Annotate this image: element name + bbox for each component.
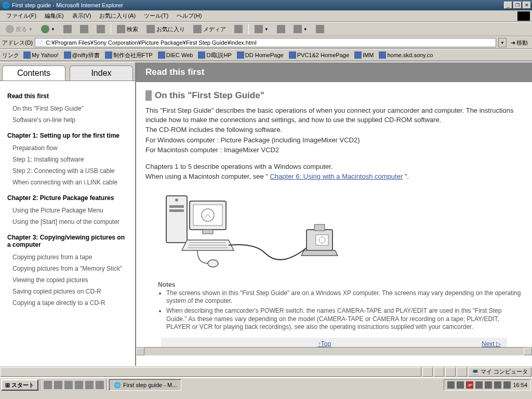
tab-contents[interactable]: Contents xyxy=(2,65,65,81)
svg-rect-2 xyxy=(169,209,184,212)
start-button[interactable]: ⊞スタート xyxy=(1,379,38,391)
menu-help[interactable]: ヘルプ(H) xyxy=(172,11,206,21)
maximize-button[interactable]: ❐ xyxy=(513,2,522,9)
table-of-contents[interactable]: Read this firstOn this "First Step Guide… xyxy=(0,81,135,366)
status-zone: 💻 マイ コンピュータ xyxy=(468,367,531,377)
menu-view[interactable]: 表示(V) xyxy=(68,11,96,21)
main-pane: Read this first On this "First Step Guid… xyxy=(136,62,532,366)
edit-button[interactable]: ▼ xyxy=(290,23,311,35)
tray-icon[interactable]: JP xyxy=(466,381,473,389)
status-bar: 💻 マイ コンピュータ xyxy=(0,366,532,377)
svg-point-3 xyxy=(175,198,178,202)
next-link[interactable]: Next ▷ xyxy=(482,340,501,347)
favorite-link[interactable]: @nifty辞書 xyxy=(62,50,102,60)
toc-link[interactable]: Using the [Start] menu of the computer xyxy=(7,216,128,228)
favorite-link[interactable]: DIEC Web xyxy=(156,50,195,60)
address-bar: アドレス(D) 📄C:¥Program Files¥Sony Corporati… xyxy=(0,36,532,49)
toc-section-heading[interactable]: Chapter 1: Setting up for the first time xyxy=(7,132,128,139)
favorite-link[interactable]: My Yahoo! xyxy=(21,50,61,60)
toc-section-heading[interactable]: Chapter 2: Picture Package features xyxy=(7,194,128,202)
svg-point-11 xyxy=(208,260,218,267)
stop-button[interactable] xyxy=(60,23,75,35)
paragraph: The CD-ROM includes the following softwa… xyxy=(145,125,523,135)
tray-icon[interactable] xyxy=(457,381,464,389)
favorite-link[interactable]: PVC1&2 HomePage xyxy=(287,50,351,60)
print-button[interactable] xyxy=(273,23,289,35)
refresh-icon xyxy=(80,25,88,33)
scroll-left-button[interactable] xyxy=(136,348,144,355)
quicklaunch-icon[interactable] xyxy=(85,381,94,389)
mail-button[interactable]: ▼ xyxy=(251,23,272,35)
go-button[interactable]: ➜移動 xyxy=(509,38,530,48)
sidebar-tabs: Contents Index xyxy=(0,62,135,81)
quicklaunch-icon[interactable] xyxy=(75,381,83,389)
home-icon xyxy=(97,25,105,33)
paragraph: This "First Step Guide" describes the ba… xyxy=(145,106,523,124)
toc-link[interactable]: Preparation flow xyxy=(7,142,128,154)
svg-rect-1 xyxy=(169,205,184,208)
tab-index[interactable]: Index xyxy=(70,65,133,81)
toc-link[interactable]: Viewing the copied pictures xyxy=(7,274,128,286)
favorite-link[interactable]: 制作会社用FTP xyxy=(103,50,155,60)
clock[interactable]: 16:54 xyxy=(513,382,527,388)
quicklaunch-icon[interactable] xyxy=(54,381,62,389)
link-icon xyxy=(23,51,31,59)
history-button[interactable] xyxy=(231,23,246,35)
tray-icon[interactable] xyxy=(503,381,511,389)
media-button[interactable]: メディア xyxy=(190,23,230,35)
menu-favorites[interactable]: お気に入り(A) xyxy=(95,11,140,21)
favorite-link[interactable]: IMM xyxy=(352,50,376,60)
toc-section-heading[interactable]: Read this first xyxy=(7,92,128,100)
content-body[interactable]: On this "First Step Guide" This "First S… xyxy=(136,82,532,347)
toc-link[interactable]: When connecting with an i.LINK cable xyxy=(7,177,128,188)
favorites-icon xyxy=(147,25,155,33)
menu-file[interactable]: ファイル(F) xyxy=(2,11,41,21)
favorite-link[interactable]: home.skd.sony.co xyxy=(377,50,435,60)
note-item: When describing the camcorder's POWER sw… xyxy=(166,307,523,331)
search-button[interactable]: 検索 xyxy=(113,23,142,35)
paragraph: For Macintosh computer : ImageMixer VCD2 xyxy=(145,145,523,155)
toc-link[interactable]: On this "First Step Guide" xyxy=(7,103,128,114)
menu-edit[interactable]: 編集(E) xyxy=(41,11,68,21)
quicklaunch-icon[interactable] xyxy=(96,381,104,389)
favorite-link[interactable]: DD HomePage xyxy=(235,50,286,60)
close-button[interactable]: ✕ xyxy=(523,2,531,9)
page-footer-nav: ↑Top Next ▷ xyxy=(161,338,507,347)
scroll-right-button[interactable] xyxy=(524,348,532,355)
address-dropdown-button[interactable]: ▼ xyxy=(498,38,507,47)
forward-button[interactable]: ▼ xyxy=(37,23,59,35)
paragraph: Chapters 1 to 5 describe operations with… xyxy=(145,162,523,171)
tray-icon[interactable] xyxy=(475,381,483,389)
link-icon xyxy=(379,51,386,59)
chapter6-link[interactable]: Chapter 6: Using with a Macintosh comput… xyxy=(270,172,403,180)
quicklaunch-icon[interactable] xyxy=(44,381,52,389)
notes-list: The screens shown in this "First Step Gu… xyxy=(166,289,523,331)
toc-link[interactable]: Using the Picture Package Menu xyxy=(7,205,128,216)
minimize-button[interactable]: _ xyxy=(504,2,512,9)
toc-link[interactable]: Step 1: Installing software xyxy=(7,154,128,165)
menu-tools[interactable]: ツール(T) xyxy=(140,11,172,21)
note-item: The screens shown in this "First Step Gu… xyxy=(166,289,523,305)
toc-link[interactable]: Saving copied pictures on CD-R xyxy=(7,286,128,297)
horizontal-scrollbar[interactable] xyxy=(136,347,532,355)
toc-section-heading[interactable]: Chapter 3: Copying/viewing pictures on a… xyxy=(7,234,128,248)
discuss-button[interactable] xyxy=(312,23,328,35)
quicklaunch-icon[interactable] xyxy=(64,381,73,389)
favorites-button[interactable]: お気に入り xyxy=(143,23,189,35)
toc-link[interactable]: Copying a tape directly to a CD-R xyxy=(7,297,128,309)
tray-icon[interactable] xyxy=(447,381,455,389)
toc-link[interactable]: Software's on-line help xyxy=(7,114,128,126)
address-input[interactable]: 📄C:¥Program Files¥Sony Corporation¥Pictu… xyxy=(35,38,496,47)
refresh-button[interactable] xyxy=(76,23,92,35)
toc-link[interactable]: Copying pictures from a "Memory Stick" xyxy=(7,263,128,274)
tray-icon[interactable] xyxy=(485,381,492,389)
taskbar-item-ie[interactable]: 🌐First step guide - M... xyxy=(109,379,181,391)
toc-link[interactable]: Copying pictures from a tape xyxy=(7,251,128,263)
home-button[interactable] xyxy=(93,23,109,35)
search-icon xyxy=(117,25,125,33)
toc-link[interactable]: Step 2: Connecting with a USB cable xyxy=(7,165,128,177)
top-link[interactable]: ↑Top xyxy=(318,340,331,347)
back-button[interactable]: 戻る▼ xyxy=(2,23,36,35)
favorite-link[interactable]: DI取説HP xyxy=(196,50,233,60)
tray-icon[interactable] xyxy=(494,381,501,389)
